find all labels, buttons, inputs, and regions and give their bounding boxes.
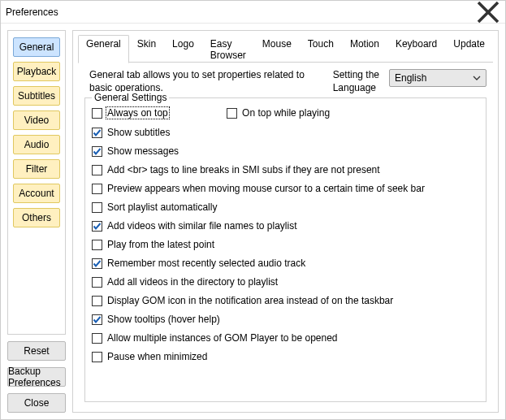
tab-mouse[interactable]: Mouse — [254, 35, 300, 63]
setting-row: Show tooltips (hover help) — [92, 314, 479, 325]
settings-list: Always on topOn top while playingShow su… — [92, 103, 479, 362]
tab-general[interactable]: General — [78, 35, 129, 63]
checkbox[interactable] — [92, 108, 102, 119]
setting-row: Pause when minimized — [92, 351, 479, 362]
checkbox[interactable] — [92, 258, 102, 269]
setting-label[interactable]: Always on top — [106, 106, 170, 119]
setting-row: Add <br> tags to line breaks in SMI subs… — [92, 164, 479, 175]
sidebar: GeneralPlaybackSubtitlesVideoAudioFilter… — [7, 30, 66, 413]
reset-button[interactable]: Reset — [7, 341, 66, 361]
checkbox[interactable] — [92, 221, 102, 232]
sidebar-item-playback[interactable]: Playback — [13, 62, 60, 81]
close-icon[interactable] — [476, 4, 500, 20]
setting-label[interactable]: Display GOM icon in the notification are… — [107, 295, 393, 306]
tab-logo[interactable]: Logo — [164, 35, 202, 63]
tab-touch[interactable]: Touch — [300, 35, 342, 63]
checkbox[interactable] — [92, 314, 102, 325]
close-button[interactable]: Close — [7, 393, 66, 413]
checkbox[interactable] — [227, 108, 237, 119]
sidebar-item-account[interactable]: Account — [13, 184, 60, 203]
setting-label[interactable]: Show tooltips (hover help) — [107, 314, 220, 325]
sidebar-item-others[interactable]: Others — [13, 208, 60, 227]
sidebar-item-audio[interactable]: Audio — [13, 135, 60, 154]
setting-row: Allow multiple instances of GOM Player t… — [92, 332, 479, 344]
setting-label[interactable]: On top while playing — [242, 107, 330, 119]
setting-label[interactable]: Allow multiple instances of GOM Player t… — [107, 332, 337, 344]
backup-preferences-button[interactable]: Backup Preferences — [7, 367, 66, 387]
tab-motion[interactable]: Motion — [342, 35, 387, 63]
checkbox[interactable] — [92, 333, 102, 344]
tab-easy-browser[interactable]: Easy Browser — [202, 35, 254, 63]
sidebar-item-video[interactable]: Video — [13, 110, 60, 130]
setting-row: Preview appears when moving mouse cursor… — [92, 183, 479, 194]
setting-label[interactable]: Add <br> tags to line breaks in SMI subs… — [107, 164, 380, 175]
setting-row: Show messages — [92, 145, 479, 157]
sidebar-item-subtitles[interactable]: Subtitles — [13, 86, 60, 106]
checkbox[interactable] — [92, 352, 102, 362]
setting-label[interactable]: Pause when minimized — [107, 351, 207, 362]
language-select[interactable]: English — [389, 69, 487, 87]
setting-row: Remember most recently selected audio tr… — [92, 258, 479, 269]
language-label: Setting the Language — [333, 69, 381, 94]
setting-row: Play from the latest point — [92, 239, 479, 250]
checkbox[interactable] — [92, 128, 102, 138]
language-select-value: English — [395, 72, 473, 84]
checkbox[interactable] — [92, 165, 102, 175]
titlebar: Preferences — [1, 1, 505, 24]
main-panel: GeneralSkinLogoEasy BrowserMouseTouchMot… — [72, 30, 499, 413]
checkbox[interactable] — [92, 146, 102, 157]
setting-label[interactable]: Preview appears when moving mouse cursor… — [107, 183, 425, 194]
setting-row: Display GOM icon in the notification are… — [92, 295, 479, 306]
tab-update[interactable]: Update — [445, 35, 493, 63]
checkbox[interactable] — [92, 202, 102, 213]
preferences-window: Preferences GeneralPlaybackSubtitlesVide… — [0, 0, 506, 420]
sidebar-item-filter[interactable]: Filter — [13, 159, 60, 179]
description-text: General tab allows you to set properties… — [89, 69, 325, 94]
setting-row: Always on topOn top while playing — [92, 106, 479, 119]
tab-skin[interactable]: Skin — [129, 35, 164, 63]
sidebar-item-general[interactable]: General — [13, 37, 60, 57]
setting-row: Sort playlist automatically — [92, 201, 479, 213]
tab-keyboard[interactable]: Keyboard — [387, 35, 445, 63]
setting-label[interactable]: Show messages — [107, 145, 179, 157]
checkbox[interactable] — [92, 296, 102, 306]
setting-label[interactable]: Remember most recently selected audio tr… — [107, 258, 305, 269]
setting-row: Show subtitles — [92, 127, 479, 138]
tab-bar: GeneralSkinLogoEasy BrowserMouseTouchMot… — [78, 35, 493, 63]
window-title: Preferences — [6, 6, 476, 18]
sidebar-categories: GeneralPlaybackSubtitlesVideoAudioFilter… — [7, 30, 66, 335]
setting-label[interactable]: Show subtitles — [107, 127, 170, 138]
setting-label[interactable]: Play from the latest point — [107, 239, 214, 250]
setting-row: Add all videos in the directory to playl… — [92, 276, 479, 288]
setting-label[interactable]: Add all videos in the directory to playl… — [107, 276, 278, 288]
checkbox[interactable] — [92, 240, 102, 250]
checkbox[interactable] — [92, 277, 102, 288]
setting-label[interactable]: Add videos with similar file names to pl… — [107, 220, 296, 232]
window-body: GeneralPlaybackSubtitlesVideoAudioFilter… — [1, 24, 505, 419]
fieldset-legend: General Settings — [92, 92, 169, 103]
setting-label[interactable]: Sort playlist automatically — [107, 201, 217, 213]
general-settings-fieldset: General Settings Always on topOn top whi… — [84, 97, 487, 402]
setting-row: Add videos with similar file names to pl… — [92, 220, 479, 232]
chevron-down-icon — [473, 74, 481, 82]
checkbox[interactable] — [92, 184, 102, 194]
